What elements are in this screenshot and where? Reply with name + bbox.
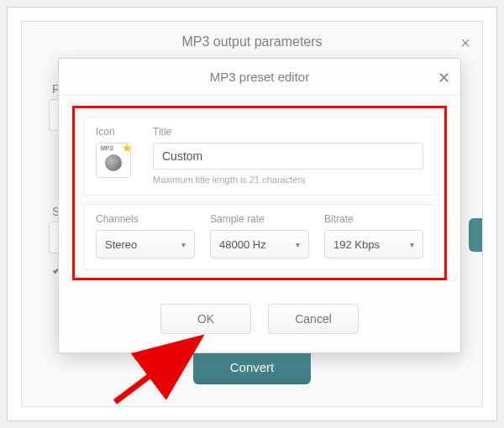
preset-icon-tag: MP3 <box>99 145 114 151</box>
chevron-down-icon: ▾ <box>181 240 186 249</box>
cancel-button-label: Cancel <box>295 312 332 326</box>
preset-editor-title: MP3 preset editor <box>210 70 309 84</box>
chevron-down-icon: ▾ <box>410 240 414 249</box>
camera-lens-icon <box>105 154 122 171</box>
bitrate-select[interactable]: 192 Kbps ▾ <box>324 230 423 258</box>
screenshot-frame: MP3 output parameters × P S ✔ lb Convert… <box>7 7 497 421</box>
cancel-button[interactable]: Cancel <box>268 304 359 334</box>
title-hint: Maximum title length is 21 characters <box>153 175 423 185</box>
preset-editor-footer: OK Cancel <box>59 287 460 352</box>
samplerate-select[interactable]: 48000 Hz ▾ <box>210 230 309 258</box>
bitrate-value: 192 Kbps <box>333 238 380 251</box>
icon-label: Icon <box>96 126 139 138</box>
output-parameters-title: MP3 output parameters <box>181 34 322 50</box>
convert-button[interactable]: Convert <box>193 349 311 384</box>
title-input[interactable] <box>153 143 423 170</box>
title-panel: Icon MP3 ★ Title Maximum title length is… <box>83 117 436 196</box>
chevron-down-icon: ▾ <box>296 240 300 249</box>
output-side-button[interactable] <box>469 218 482 252</box>
preset-editor-dialog: MP3 preset editor ✕ Icon MP3 ★ <box>58 58 461 353</box>
convert-button-label: Convert <box>230 360 275 374</box>
preset-icon[interactable]: MP3 ★ <box>96 143 131 178</box>
ok-button[interactable]: OK <box>160 304 251 334</box>
close-icon[interactable]: ✕ <box>438 69 450 87</box>
channels-value: Stereo <box>105 238 137 251</box>
output-parameters-header: MP3 output parameters × <box>22 22 482 62</box>
preset-editor-body: Icon MP3 ★ Title Maximum title length is… <box>59 96 460 287</box>
channels-select[interactable]: Stereo ▾ <box>96 230 195 258</box>
bitrate-label: Bitrate <box>324 213 423 225</box>
samplerate-label: Sample rate <box>210 213 309 225</box>
samplerate-value: 48000 Hz <box>219 238 266 251</box>
close-icon[interactable]: × <box>460 34 470 53</box>
star-icon: ★ <box>122 141 133 154</box>
channels-label: Channels <box>96 213 195 225</box>
params-panel: Channels Stereo ▾ Sample rate 48000 Hz ▾ <box>83 204 436 269</box>
ok-button-label: OK <box>197 312 214 326</box>
annotation-highlight-frame: Icon MP3 ★ Title Maximum title length is… <box>72 106 447 280</box>
title-label: Title <box>153 126 423 138</box>
preset-editor-header: MP3 preset editor ✕ <box>59 59 460 96</box>
